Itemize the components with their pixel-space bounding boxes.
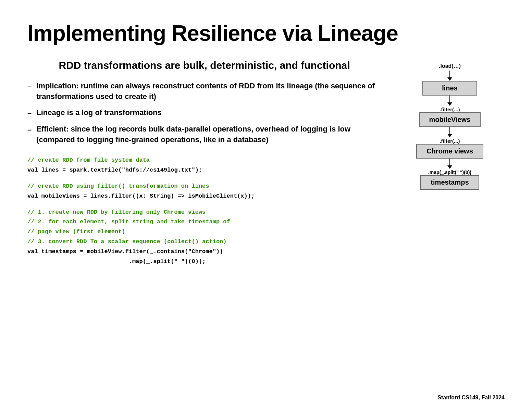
bullet-dash-2: – [27,108,32,119]
content-area: RDD transformations are bulk, determinis… [27,60,505,273]
code-group-1: // create RDD from file system data val … [27,155,381,175]
load-arrow: .load(…) [439,63,461,81]
load-arrow-line [449,71,450,77]
code-comment-1: // create RDD from file system data [27,155,381,165]
code-comment-3d: // 3. convert RDD To a scalar sequence (… [27,237,381,247]
arrow-line-1 [449,96,450,102]
main-title: Implementing Resilience via Lineage [27,21,505,46]
bullet-text-3: Efficient: since the log records bulk da… [36,124,381,145]
bullet-item-2: – Lineage is a log of transformations [27,108,381,119]
slide: Implementing Resilience via Lineage RDD … [0,0,532,411]
code-comment-2: // create RDD using filter() transformat… [27,182,381,191]
code-section: // create RDD from file system data val … [27,155,381,267]
footer: Stanford CS149, Fall 2024 [437,395,505,401]
map-arrow: .map(_.split(" ")(0)) [428,159,471,175]
subtitle: RDD transformations are bulk, determinis… [27,60,381,71]
bullet-text-1: Implication: runtime can always reconstr… [36,81,381,102]
bullet-dash-3: – [27,125,32,135]
load-arrow-head [447,77,452,81]
load-label: .load(…) [439,63,461,69]
bullet-item-1: – Implication: runtime can always recons… [27,81,381,102]
diagram-box-timestamps: timestamps [420,175,479,190]
left-content: RDD transformations are bulk, determinis… [27,60,381,273]
code-line-3b: .map(_.split(" ")(0)); [27,257,381,267]
diagram-box-chromeviews: Chrome views [416,144,483,159]
diagram-container: .load(…) lines .filter(...) mobileViews [416,63,483,190]
arrow-head-1 [447,102,452,106]
map-label: .map(_.split(" ")(0)) [428,170,471,175]
code-comment-3c: // page view (first element) [27,227,381,237]
code-comment-3b: // 2. for each element, split string and… [27,217,381,227]
arrow-line-3 [449,159,450,165]
bullet-list: – Implication: runtime can always recons… [27,81,381,145]
bullet-dash-1: – [27,82,32,92]
filter-label-2: .filter(...) [440,138,460,144]
code-line-2: val mobileViews = lines.filter((x: Strin… [27,191,381,201]
arrow-head-2 [447,134,452,137]
code-line-3a: val timestamps = mobileView.filter(_.con… [27,247,381,257]
code-group-2: // create RDD using filter() transformat… [27,182,381,201]
bullet-item-3: – Efficient: since the log records bulk … [27,124,381,145]
arrow-line-2 [449,127,450,134]
bullet-text-2: Lineage is a log of transformations [36,108,162,118]
filter-arrow-2: .filter(...) [440,127,460,144]
code-group-3: // 1. create new RDD by filtering only C… [27,208,381,267]
diagram-box-lines: lines [422,81,477,96]
filter-arrow-1: .filter(...) [440,96,460,112]
diagram-box-mobileviews: mobileViews [419,112,481,127]
arrow-head-3 [447,165,452,169]
code-line-1: val lines = spark.textFile("hdfs://cs149… [27,165,381,175]
filter-label-1: .filter(...) [440,107,460,112]
code-comment-3a: // 1. create new RDD by filtering only C… [27,208,381,217]
diagram: .load(…) lines .filter(...) mobileViews [395,60,505,190]
